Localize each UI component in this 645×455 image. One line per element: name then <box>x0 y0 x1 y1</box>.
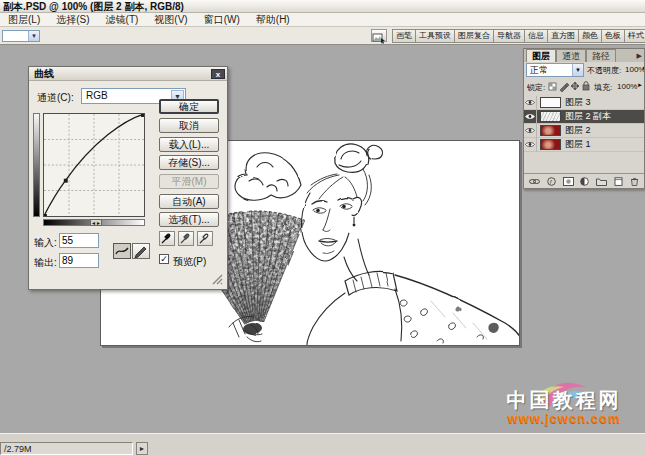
palette-tab-info[interactable]: 信息 <box>525 29 548 43</box>
layers-panel-footer: f <box>524 173 644 188</box>
eyedropper-icon <box>160 232 174 245</box>
input-value-field[interactable] <box>59 233 99 248</box>
visibility-eye-icon[interactable] <box>524 96 537 110</box>
palette-tab-navigator[interactable]: 导航器 <box>494 29 525 43</box>
layer-name[interactable]: 图层 2 <box>565 124 591 137</box>
chevron-down-icon[interactable]: ▼ <box>572 64 583 76</box>
palette-tab-layer-comps[interactable]: 图层复合 <box>455 29 494 43</box>
visibility-eye-icon[interactable] <box>524 138 537 152</box>
eyedropper-icon <box>179 232 193 245</box>
palette-tab-brushes[interactable]: 画笔 <box>392 29 416 43</box>
layers-panel-tabs: 图层 通道 路径 ▶ <box>524 49 644 62</box>
tab-layers[interactable]: 图层 <box>526 49 556 62</box>
visibility-eye-icon[interactable] <box>524 124 537 138</box>
layer-thumbnail[interactable] <box>540 139 561 150</box>
menu-view[interactable]: 视图(V) <box>154 13 187 27</box>
pencil-icon <box>133 244 149 258</box>
layer-row-2-copy[interactable]: 图层 2 副本 <box>524 110 644 124</box>
palette-well: 画笔 工具预设 图层复合 导航器 信息 直方图 颜色 色板 样式 历史记录 <box>392 29 645 43</box>
fill-spinner-icon[interactable]: ► <box>637 82 643 88</box>
status-bar: /2.79M ► <box>0 433 645 455</box>
delete-layer-icon[interactable] <box>630 177 639 186</box>
curve-grid[interactable] <box>43 113 145 217</box>
palette-tab-styles[interactable]: 样式 <box>625 29 645 43</box>
layer-mask-icon[interactable] <box>563 177 574 186</box>
menu-window[interactable]: 窗口(W) <box>204 13 240 27</box>
adjustment-layer-icon[interactable] <box>580 177 589 186</box>
gray-point-eyedropper[interactable] <box>178 231 194 246</box>
fill-label: 填充: <box>594 82 612 93</box>
layer-group-icon[interactable] <box>596 177 607 186</box>
new-layer-icon[interactable] <box>614 177 623 186</box>
close-icon[interactable]: x <box>211 69 225 79</box>
palette-tab-histogram[interactable]: 直方图 <box>548 29 579 43</box>
chevron-down-icon[interactable]: ▼ <box>28 31 39 41</box>
black-point-eyedropper[interactable] <box>159 231 175 246</box>
link-layers-icon[interactable] <box>529 177 540 186</box>
watermark-url: www.jcwcn.com <box>486 411 642 426</box>
fill-value[interactable]: 100% <box>617 82 637 91</box>
layer-row-1[interactable]: 图层 1 <box>524 138 644 152</box>
layer-row-2[interactable]: 图层 2 <box>524 124 644 138</box>
go-to-bridge-button[interactable] <box>371 29 387 42</box>
load-button[interactable]: 载入(L)... <box>159 137 219 152</box>
save-button[interactable]: 存储(S)... <box>159 155 219 170</box>
cancel-button[interactable]: 取消 <box>159 118 219 133</box>
layer-name[interactable]: 图层 2 副本 <box>565 110 611 123</box>
point-curve-tool-button[interactable] <box>113 243 131 259</box>
preview-checkbox[interactable]: ✓ <box>159 254 169 264</box>
gradient-flip-icon[interactable]: ◄► <box>90 219 102 226</box>
panel-menu-icon[interactable]: ▶ <box>637 50 642 62</box>
watermark-title: 中国教程网 <box>486 387 642 414</box>
output-value-field[interactable] <box>59 253 99 268</box>
tab-paths[interactable]: 路径 <box>586 49 616 62</box>
pencil-curve-tool-button[interactable] <box>132 243 150 259</box>
white-point-eyedropper[interactable] <box>197 231 213 246</box>
blend-mode-select[interactable]: 正常 ▼ <box>526 63 584 77</box>
ok-button[interactable]: 确定 <box>159 99 219 114</box>
visibility-eye-icon[interactable] <box>524 110 537 124</box>
layer-row-3[interactable]: 图层 3 <box>524 96 644 110</box>
layer-name[interactable]: 图层 1 <box>565 138 591 151</box>
eyedropper-icon <box>198 232 212 245</box>
curves-dialog-titlebar[interactable]: 曲线 x <box>29 67 227 81</box>
auto-button[interactable]: 自动(A) <box>159 194 219 209</box>
layer-style-icon[interactable]: f <box>547 177 556 186</box>
menu-select[interactable]: 选择(S) <box>56 13 89 27</box>
menu-filter[interactable]: 滤镜(T) <box>106 13 139 27</box>
workspace: 曲线 x 通道(C): RGB ▼ <box>0 45 645 433</box>
layer-thumbnail[interactable] <box>540 97 561 108</box>
options-button[interactable]: 选项(T)... <box>159 212 219 227</box>
output-label: 输出: <box>34 256 57 270</box>
bridge-icon <box>372 33 386 44</box>
document-size-field[interactable]: /2.79M <box>0 442 133 455</box>
menu-help[interactable]: 帮助(H) <box>256 13 290 27</box>
layer-thumbnail[interactable] <box>540 111 561 122</box>
status-arrow-icon[interactable]: ► <box>136 442 148 455</box>
options-bar: ▼ 画笔 工具预设 图层复合 导航器 信息 直方图 颜色 色板 样式 历史记录 <box>0 27 645 45</box>
preview-label: 预览(P) <box>173 255 206 269</box>
curve-endpoint-high <box>141 114 144 117</box>
layer-thumbnail[interactable] <box>540 125 561 136</box>
input-gradient-bar: ◄► <box>43 219 145 226</box>
palette-tab-swatches[interactable]: 色板 <box>602 29 625 43</box>
curve-tool-icon <box>114 244 130 258</box>
resize-grip-icon[interactable] <box>212 274 223 285</box>
photoshop-window: 副本.PSD @ 100% (图层 2 副本, RGB/8) 图层(L) 选择(… <box>0 0 645 455</box>
curves-dialog-title: 曲线 <box>34 68 54 79</box>
menu-layer[interactable]: 图层(L) <box>8 13 40 27</box>
lock-icons[interactable] <box>548 81 590 92</box>
tool-preset-picker[interactable]: ▼ <box>2 30 40 42</box>
watermark: 中国教程网 www.jcwcn.com <box>486 381 642 431</box>
palette-tab-color[interactable]: 颜色 <box>579 29 602 43</box>
svg-text:f: f <box>550 178 553 184</box>
layer-name[interactable]: 图层 3 <box>565 96 591 109</box>
lock-all-icon <box>583 82 589 90</box>
palette-tab-tool-presets[interactable]: 工具预设 <box>416 29 455 43</box>
curve-endpoint-low <box>44 214 47 216</box>
smooth-button: 平滑(M) <box>159 174 219 189</box>
curves-dialog: 曲线 x 通道(C): RGB ▼ <box>28 66 228 290</box>
tab-channels[interactable]: 通道 <box>556 49 586 62</box>
window-titlebar: 副本.PSD @ 100% (图层 2 副本, RGB/8) <box>0 0 645 13</box>
output-gradient-bar <box>33 113 40 217</box>
